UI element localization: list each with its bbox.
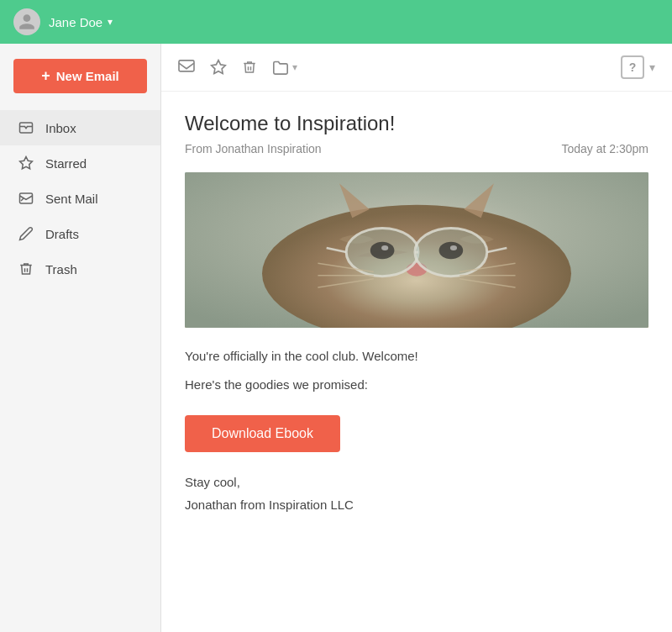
user-menu-chevron[interactable]: ▾ (108, 16, 113, 28)
sent-icon (17, 191, 35, 206)
help-label: ? (629, 61, 637, 74)
folder-chevron-icon: ▾ (292, 61, 297, 73)
email-meta: From Jonathan Inspiration Today at 2:30p… (185, 142, 648, 155)
toolbar-chevron-icon[interactable]: ▾ (649, 61, 655, 74)
inbox-icon (17, 120, 35, 135)
sidebar-label-drafts: Drafts (45, 227, 79, 241)
sign-off-line2: Jonathan from Inspiration LLC (185, 493, 648, 516)
toolbar-left: ▾ (178, 59, 297, 76)
email-body-line1: You're officially in the cool club. Welc… (185, 346, 648, 366)
avatar (13, 8, 40, 35)
toolbar-right: ? ▾ (621, 55, 655, 79)
sidebar: + New Email Inbox Starred (0, 44, 161, 632)
svg-rect-2 (20, 193, 33, 203)
sidebar-item-drafts[interactable]: Drafts (0, 216, 160, 251)
help-button[interactable]: ? (621, 55, 644, 79)
new-email-plus: + (41, 67, 50, 85)
sidebar-item-trash[interactable]: Trash (0, 251, 160, 287)
drafts-icon (17, 226, 35, 241)
trash-icon (17, 261, 35, 276)
svg-point-17 (450, 245, 457, 250)
svg-marker-1 (20, 157, 33, 169)
main-layout: + New Email Inbox Starred (0, 44, 672, 632)
top-header: Jane Doe ▾ (0, 0, 672, 44)
email-time: Today at 2:30pm (561, 142, 648, 155)
svg-line-3 (21, 198, 24, 201)
email-from: From Jonathan Inspiration (185, 142, 322, 155)
svg-point-16 (381, 245, 388, 250)
email-body-line2: Here's the goodies we promised: (185, 375, 648, 395)
trash-toolbar-icon[interactable] (242, 59, 257, 76)
sidebar-item-sent-mail[interactable]: Sent Mail (0, 181, 160, 216)
sidebar-item-starred[interactable]: Starred (0, 145, 160, 181)
new-email-button[interactable]: + New Email (13, 59, 147, 93)
svg-point-15 (439, 242, 464, 259)
new-email-label: New Email (56, 69, 119, 83)
svg-point-14 (370, 242, 395, 259)
svg-marker-5 (212, 61, 226, 74)
svg-rect-4 (179, 61, 194, 71)
user-name-label: Jane Doe (49, 15, 102, 29)
download-ebook-button[interactable]: Download Ebook (185, 415, 340, 452)
email-toolbar: ▾ ? ▾ (161, 44, 672, 92)
folder-button[interactable]: ▾ (272, 60, 297, 75)
sidebar-label-sent-mail: Sent Mail (45, 192, 98, 206)
email-content: ▾ ? ▾ Welcome to Inspiration! From Jonat… (161, 44, 672, 632)
email-sign-off: Stay cool, Jonathan from Inspiration LLC (185, 471, 648, 516)
reply-icon[interactable] (178, 60, 195, 75)
sign-off-line1: Stay cool, (185, 471, 648, 493)
email-image (185, 172, 648, 328)
sidebar-label-inbox: Inbox (45, 121, 76, 135)
sidebar-label-starred: Starred (45, 156, 87, 171)
sidebar-label-trash: Trash (45, 262, 77, 276)
email-subject: Welcome to Inspiration! (185, 112, 648, 135)
sidebar-item-inbox[interactable]: Inbox (0, 110, 160, 145)
email-body: Welcome to Inspiration! From Jonathan In… (161, 92, 672, 536)
cat-image-content (185, 172, 648, 328)
star-toolbar-icon[interactable] (210, 59, 227, 76)
star-icon (17, 155, 35, 171)
